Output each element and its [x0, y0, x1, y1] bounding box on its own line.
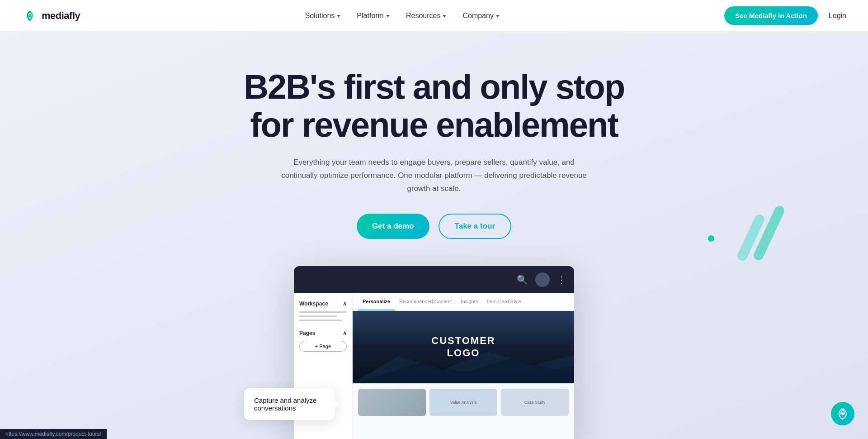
- tab-item-card[interactable]: Item Card Style: [482, 293, 526, 310]
- decorative-dot: [708, 235, 714, 242]
- chat-icon-button[interactable]: [831, 402, 854, 425]
- nav-company[interactable]: Company: [462, 12, 499, 20]
- mockup-hero-image: CUSTOMER LOGO: [353, 311, 574, 383]
- add-page-button[interactable]: + Page: [299, 341, 347, 352]
- thumbnail-item: Case Study: [501, 389, 569, 416]
- nav-platform[interactable]: Platform: [357, 12, 390, 20]
- hero-title: B2B's first and only stop for revenue en…: [231, 68, 637, 143]
- svg-point-1: [28, 14, 31, 17]
- workspace-section-header: Workspace ∧: [299, 301, 347, 307]
- tab-personalize[interactable]: Personalize: [358, 293, 395, 310]
- mediafly-logo-icon: [22, 8, 38, 24]
- tooltip-bubble: Capture and analyze conversations: [244, 388, 335, 420]
- more-options-icon: ⋮: [557, 274, 567, 285]
- nav-resources[interactable]: Resources: [406, 12, 446, 20]
- see-mediafly-button[interactable]: See Mediafly in Action: [724, 6, 818, 25]
- pages-section-header: Pages ∧: [299, 330, 347, 336]
- mockup-main-content: Personalize Recommended Content Insights…: [353, 293, 574, 439]
- get-demo-button[interactable]: Get a demo: [357, 214, 429, 239]
- thumbnail-item: [358, 389, 426, 416]
- mockup-thumbnail-strip: Value Analysis Case Study: [353, 383, 574, 421]
- hero-subtitle: Everything your team needs to engage buy…: [276, 156, 592, 196]
- navigation: mediafly Solutions Platform Resources Co…: [0, 0, 868, 32]
- mockup-body: Workspace ∧ Pages ∧ + Page: [294, 293, 574, 439]
- logo-link[interactable]: mediafly: [22, 8, 80, 24]
- nav-solutions[interactable]: Solutions: [305, 12, 341, 20]
- thumbnail-item: Value Analysis: [429, 389, 497, 416]
- customer-logo-placeholder: CUSTOMER LOGO: [431, 335, 495, 359]
- chevron-up-icon: ∧: [343, 330, 347, 336]
- mockup-header-bar: 🔍 ⋮: [294, 266, 574, 293]
- tab-recommended[interactable]: Recommended Content: [395, 293, 456, 310]
- login-link[interactable]: Login: [829, 12, 846, 20]
- chevron-down-icon: [496, 15, 500, 17]
- chevron-down-icon: [443, 15, 446, 17]
- app-mockup: 🔍 ⋮ Workspace ∧: [294, 266, 574, 439]
- hero-cta-buttons: Get a demo Take a tour: [9, 214, 859, 239]
- mockup-tabs-bar: Personalize Recommended Content Insights…: [353, 293, 574, 311]
- nav-right-actions: See Mediafly in Action Login: [724, 6, 846, 25]
- take-tour-button[interactable]: Take a tour: [439, 214, 511, 239]
- sidebar-line: [299, 320, 342, 321]
- tab-insights[interactable]: Insights: [456, 293, 482, 310]
- sidebar-content-lines: [299, 311, 347, 321]
- search-icon: 🔍: [517, 274, 528, 285]
- sidebar-line: [299, 315, 337, 317]
- app-mockup-wrapper: Capture and analyze conversations 🔍 ⋮ Wo…: [9, 266, 859, 439]
- sidebar-line: [299, 311, 347, 313]
- nav-menu: Solutions Platform Resources Company: [305, 12, 500, 20]
- chevron-up-icon: ∧: [343, 301, 347, 307]
- chevron-down-icon: [337, 15, 340, 17]
- status-bar: https://www.mediafly.com/product-tours/: [0, 429, 107, 439]
- mediafly-icon: [836, 407, 849, 420]
- chevron-down-icon: [386, 15, 390, 17]
- hero-section: B2B's first and only stop for revenue en…: [0, 32, 868, 439]
- svg-point-6: [841, 412, 844, 415]
- avatar: [535, 272, 550, 287]
- logo-wordmark: mediafly: [42, 10, 80, 22]
